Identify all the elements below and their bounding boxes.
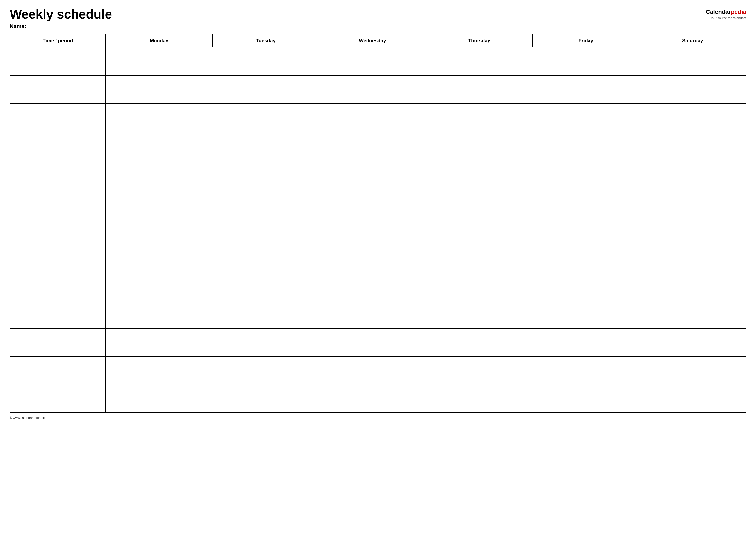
day-cell (426, 188, 533, 216)
time-cell (10, 75, 106, 103)
time-cell (10, 328, 106, 356)
day-cell (426, 328, 533, 356)
logo-text: Calendarpedia (706, 9, 746, 16)
table-row (10, 216, 746, 244)
table-row (10, 188, 746, 216)
day-cell (212, 216, 319, 244)
day-cell (426, 272, 533, 300)
logo-pedia-text: pedia (731, 9, 746, 15)
time-cell (10, 103, 106, 131)
table-row (10, 385, 746, 413)
day-cell (639, 244, 746, 272)
time-cell (10, 244, 106, 272)
day-cell (212, 188, 319, 216)
day-cell (426, 385, 533, 413)
day-cell (426, 356, 533, 385)
logo-tagline: Your source for calendars (710, 16, 746, 20)
day-cell (212, 356, 319, 385)
time-cell (10, 188, 106, 216)
day-cell (639, 216, 746, 244)
time-cell (10, 216, 106, 244)
day-cell (639, 300, 746, 328)
col-header-monday: Monday (106, 34, 212, 47)
footer: © www.calendarpedia.com (10, 416, 746, 420)
table-row (10, 75, 746, 103)
time-cell (10, 300, 106, 328)
day-cell (106, 75, 212, 103)
page-title: Weekly schedule (10, 7, 706, 21)
col-header-wednesday: Wednesday (319, 34, 426, 47)
footer-url: © www.calendarpedia.com (10, 416, 47, 420)
day-cell (533, 103, 639, 131)
day-cell (639, 160, 746, 188)
day-cell (319, 160, 426, 188)
day-cell (639, 75, 746, 103)
day-cell (106, 300, 212, 328)
time-cell (10, 385, 106, 413)
schedule-table: Time / period Monday Tuesday Wednesday T… (10, 34, 746, 413)
day-cell (319, 103, 426, 131)
day-cell (639, 103, 746, 131)
table-header-row: Time / period Monday Tuesday Wednesday T… (10, 34, 746, 47)
logo-calendar-text: Calendar (706, 9, 731, 15)
day-cell (212, 103, 319, 131)
time-cell (10, 47, 106, 75)
header-area: Weekly schedule Name: Calendarpedia Your… (10, 7, 746, 30)
day-cell (533, 300, 639, 328)
day-cell (106, 272, 212, 300)
title-section: Weekly schedule Name: (10, 7, 706, 30)
col-header-thursday: Thursday (426, 34, 533, 47)
logo-section: Calendarpedia Your source for calendars (706, 7, 746, 20)
day-cell (212, 75, 319, 103)
name-label: Name: (10, 23, 706, 30)
table-row (10, 131, 746, 160)
table-row (10, 356, 746, 385)
day-cell (426, 131, 533, 160)
table-row (10, 47, 746, 75)
time-cell (10, 160, 106, 188)
col-header-tuesday: Tuesday (212, 34, 319, 47)
table-row (10, 160, 746, 188)
table-row (10, 300, 746, 328)
day-cell (319, 47, 426, 75)
day-cell (639, 328, 746, 356)
day-cell (106, 103, 212, 131)
day-cell (106, 216, 212, 244)
table-row (10, 244, 746, 272)
day-cell (426, 75, 533, 103)
day-cell (106, 160, 212, 188)
day-cell (319, 188, 426, 216)
day-cell (212, 385, 319, 413)
day-cell (533, 188, 639, 216)
day-cell (533, 160, 639, 188)
day-cell (106, 385, 212, 413)
time-cell (10, 356, 106, 385)
day-cell (319, 131, 426, 160)
day-cell (533, 272, 639, 300)
day-cell (533, 328, 639, 356)
day-cell (319, 75, 426, 103)
day-cell (319, 385, 426, 413)
table-row (10, 103, 746, 131)
day-cell (426, 103, 533, 131)
day-cell (319, 356, 426, 385)
day-cell (212, 244, 319, 272)
col-header-saturday: Saturday (639, 34, 746, 47)
table-row (10, 272, 746, 300)
day-cell (319, 300, 426, 328)
day-cell (426, 216, 533, 244)
col-header-friday: Friday (533, 34, 639, 47)
day-cell (212, 131, 319, 160)
time-cell (10, 131, 106, 160)
day-cell (212, 328, 319, 356)
day-cell (639, 47, 746, 75)
day-cell (639, 385, 746, 413)
day-cell (639, 356, 746, 385)
day-cell (533, 131, 639, 160)
time-cell (10, 272, 106, 300)
day-cell (106, 47, 212, 75)
day-cell (319, 216, 426, 244)
day-cell (212, 160, 319, 188)
day-cell (106, 244, 212, 272)
day-cell (319, 244, 426, 272)
